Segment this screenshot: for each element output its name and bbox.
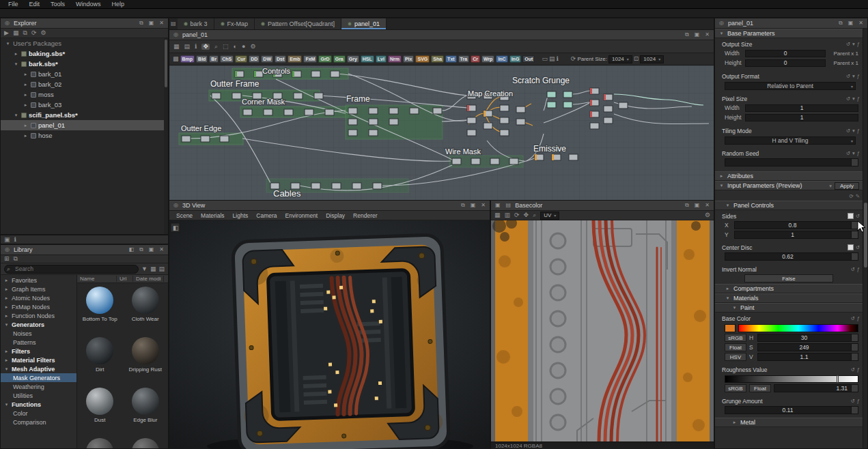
node-chip-bmp[interactable]: Bmp xyxy=(180,55,195,63)
lib-utilities[interactable]: Utilities xyxy=(1,391,76,400)
view2d-canvas[interactable] xyxy=(491,220,714,441)
lib-weathering[interactable]: Weathering xyxy=(1,382,76,391)
lib-filters[interactable]: ▸Filters xyxy=(1,347,76,356)
lib-material-filters[interactable]: ▸Material Filters xyxy=(1,356,76,364)
comment-icon[interactable]: ▭ xyxy=(542,56,548,62)
float-button[interactable]: Float xyxy=(725,343,746,351)
node-chip-nrm[interactable]: Nrm xyxy=(388,55,402,63)
view3d-mini-toolbar[interactable]: ◧ xyxy=(171,223,180,232)
function-icon[interactable]: ƒ xyxy=(857,266,860,272)
link-icon[interactable]: ⧉ xyxy=(23,30,27,36)
node-chip-dw[interactable]: DW xyxy=(261,55,273,63)
pixel-height-input[interactable]: 1 xyxy=(745,114,858,121)
node-chip-cr[interactable]: Cr xyxy=(471,55,480,63)
thumb-dust[interactable]: Dust xyxy=(77,386,123,436)
menu-lights[interactable]: Lights xyxy=(229,212,253,219)
section-base-parameters[interactable]: ▾ Base Parameters xyxy=(715,29,863,38)
node-chip-inc[interactable]: InC xyxy=(496,55,507,63)
chevron-down-icon[interactable]: ▾ xyxy=(852,73,855,79)
layout-icon[interactable]: ▤ xyxy=(184,44,191,50)
lib-noises[interactable]: Noises xyxy=(1,329,76,338)
lib-fxmap-nodes[interactable]: ▸FxMap Nodes xyxy=(1,302,76,311)
pin-icon[interactable]: ◎ xyxy=(172,32,180,38)
play-icon[interactable]: ▶ xyxy=(4,30,9,36)
edit-icon[interactable]: ✎ xyxy=(856,193,860,199)
node-chip-grd[interactable]: GrD xyxy=(318,55,331,63)
pin-icon[interactable]: ◎ xyxy=(3,20,11,26)
reset-icon[interactable]: ↺ xyxy=(856,213,860,219)
menu-file[interactable]: File xyxy=(3,1,24,8)
pan-icon[interactable]: ✥ xyxy=(524,212,529,218)
snapshot-icon[interactable]: ● xyxy=(242,44,245,50)
chevron-down-icon[interactable]: ▾ xyxy=(852,150,855,156)
float-icon[interactable]: ⧉ xyxy=(138,247,145,252)
tree-item-panel01[interactable]: ▸ panel_01 xyxy=(1,120,168,130)
column-date[interactable]: Date modi xyxy=(133,276,164,282)
function-icon[interactable]: ƒ xyxy=(857,128,860,134)
lib-color[interactable]: Color xyxy=(1,409,76,418)
float-icon[interactable]: ⧉ xyxy=(684,203,690,208)
new-folder-icon[interactable]: ⊞ xyxy=(4,256,10,262)
h-slider[interactable]: 30 xyxy=(757,334,858,342)
frame-note-icon[interactable]: ▤ xyxy=(549,56,555,62)
function-icon[interactable]: ƒ xyxy=(857,96,860,102)
stepper-button[interactable] xyxy=(851,344,858,351)
menu-environment[interactable]: Environment xyxy=(281,212,322,219)
column-name[interactable]: Name xyxy=(77,276,117,282)
node-chip-cur[interactable]: Cur xyxy=(235,55,247,63)
reset-icon[interactable]: ↺ xyxy=(846,41,850,47)
reset-icon[interactable]: ↺ xyxy=(851,266,855,272)
menu-camera[interactable]: Camera xyxy=(252,212,281,219)
link-icon[interactable]: ⧉ xyxy=(684,32,690,38)
output-format-select[interactable]: Relative to Parent▾ xyxy=(725,82,856,90)
maximize-icon[interactable]: ▣ xyxy=(693,32,701,38)
hsv-button[interactable]: HSV xyxy=(725,353,746,361)
section-materials[interactable]: ▾ Materials xyxy=(715,293,863,303)
thumb-partial[interactable] xyxy=(77,436,123,448)
save-icon[interactable]: ▥ xyxy=(505,212,511,218)
snapshot-icon[interactable]: ◧ xyxy=(127,247,135,252)
maximize-icon[interactable]: ▣ xyxy=(148,247,156,252)
menu-windows[interactable]: Windows xyxy=(70,1,107,8)
sides-x-slider[interactable]: 0.8 xyxy=(734,221,858,229)
list-icon[interactable]: ▤ xyxy=(505,203,513,208)
node-chip-br[interactable]: Br xyxy=(209,55,219,63)
sides-y-slider[interactable]: 1 xyxy=(734,231,858,239)
s-slider[interactable]: 249 xyxy=(757,343,858,351)
stepper-button[interactable] xyxy=(851,385,858,392)
float-icon[interactable]: ⧉ xyxy=(460,203,466,208)
menu-renderer[interactable]: Renderer xyxy=(349,212,381,219)
link-icon[interactable]: ⧉ xyxy=(14,256,18,262)
node-chip-emb[interactable]: Emb xyxy=(288,55,302,63)
info-icon[interactable]: ℹ xyxy=(14,237,16,243)
reset-icon[interactable]: ↺ xyxy=(846,96,850,102)
apply-button[interactable]: Apply xyxy=(835,182,859,190)
srgb-button[interactable]: sRGB xyxy=(725,384,746,392)
thumb-partial[interactable] xyxy=(123,436,169,448)
stepper-button[interactable] xyxy=(851,334,858,341)
chevron-down-icon[interactable]: ▾ xyxy=(852,96,855,102)
thumb-bottom-to-top[interactable]: Bottom To Top xyxy=(77,285,123,335)
refresh-icon[interactable]: ⟳ xyxy=(31,30,37,36)
close-icon[interactable]: ✕ xyxy=(158,247,165,252)
maximize-icon[interactable]: ▣ xyxy=(847,20,855,26)
packages-root[interactable]: ▾ User's Packages xyxy=(1,38,168,48)
reset-icon[interactable]: ↺ xyxy=(846,128,850,134)
lib-favorites[interactable]: ▸Favorites xyxy=(1,276,76,285)
column-url[interactable]: Url xyxy=(117,276,133,282)
node-chip-chs[interactable]: ChS xyxy=(220,55,234,63)
checker-icon[interactable]: ▩ xyxy=(173,56,179,62)
close-icon[interactable]: ✕ xyxy=(703,203,711,208)
pixel-width-input[interactable]: 1 xyxy=(745,104,858,112)
section-paint[interactable]: ▾ Paint xyxy=(715,303,863,313)
close-icon[interactable]: ✕ xyxy=(158,20,165,26)
lib-atomic-nodes[interactable]: ▸Atomic Nodes xyxy=(1,293,76,302)
node-chip-tra[interactable]: Tra xyxy=(458,55,470,63)
grid-icon[interactable]: ▦ xyxy=(173,44,180,50)
chevron-down-icon[interactable]: ▾ xyxy=(852,41,855,47)
chevron-down-icon[interactable]: ▾ xyxy=(829,183,832,189)
tree-item-bark02[interactable]: ▸ bark_02 xyxy=(1,79,168,89)
refresh-icon[interactable]: ⟳ xyxy=(849,193,853,199)
node-chip-ing[interactable]: InG xyxy=(509,55,522,63)
info-icon[interactable]: ℹ xyxy=(556,56,558,62)
